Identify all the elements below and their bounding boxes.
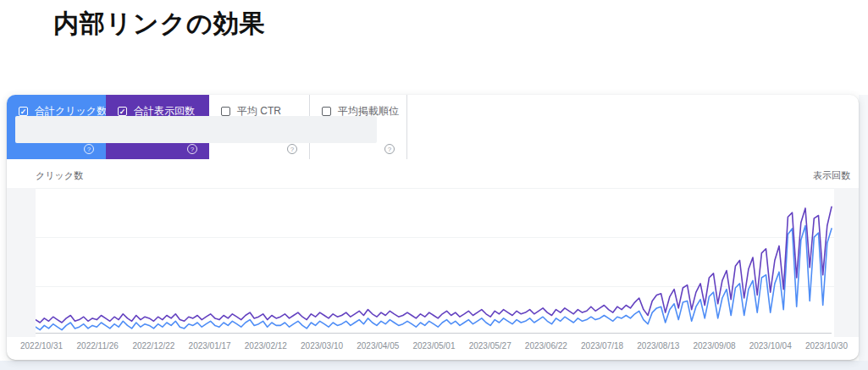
x-tick-label: 2023/03/10 [301,341,343,351]
x-tick-label: 2023/06/22 [525,341,567,351]
page-title: 内部リンクの効果 [53,7,266,41]
checkbox-checked-icon[interactable]: ✓ [19,107,28,116]
chart-panel: ✓ 合計クリック数 ? ✓ 合計表示回数 ? 平均 CTR ? [7,95,859,360]
impressions-axis-label: 表示回数 [813,169,850,182]
help-icon[interactable]: ? [84,144,94,154]
x-tick-label: 2023/09/08 [693,341,735,351]
x-tick-label: 2023/05/01 [412,341,455,351]
x-tick-label: 2023/01/17 [189,341,231,351]
checkbox-unchecked-icon[interactable] [221,107,230,116]
page: 内部リンクの効果 ✓ 合計クリック数 ? ✓ 合計表示回数 ? [0,0,868,370]
page-background-strip-bottom [0,361,868,370]
chart-baseline [36,333,832,334]
help-icon[interactable]: ? [287,144,297,154]
x-tick-label: 2022/11/26 [77,341,119,351]
x-tick-label: 2022/10/31 [20,341,63,351]
chart-lines [36,188,832,333]
x-tick-label: 2023/07/18 [581,341,623,351]
x-tick-label: 2023/05/27 [469,341,511,351]
clicks-axis-label: クリック数 [36,169,83,182]
y-axis-redaction-right [834,188,859,337]
redacted-values-overlay [15,116,377,143]
help-icon[interactable]: ? [187,144,197,154]
checkbox-checked-icon[interactable]: ✓ [118,107,127,116]
checkbox-unchecked-icon[interactable] [322,107,331,116]
y-axis-redaction-left [7,188,36,337]
impressions-line [36,207,832,323]
clicks-line [36,226,832,330]
x-axis-ticks: 2022/10/312022/11/262022/12/222023/01/17… [36,341,832,353]
x-tick-label: 2023/02/12 [245,341,287,351]
help-icon[interactable]: ? [384,144,395,154]
x-tick-label: 2023/10/30 [805,341,848,351]
x-tick-label: 2023/08/13 [637,341,679,351]
x-tick-label: 2023/04/05 [357,341,399,351]
x-tick-label: 2022/12/22 [132,341,174,351]
chart-plot[interactable] [36,188,832,333]
x-tick-label: 2023/10/04 [749,341,792,351]
page-background-strip-right [859,95,868,370]
